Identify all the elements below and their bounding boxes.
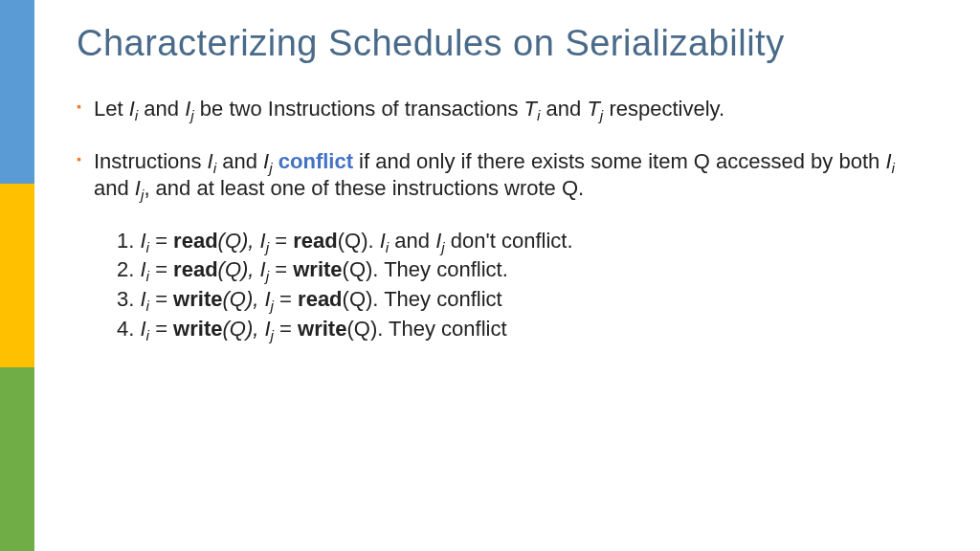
num: 4. [117,317,140,341]
eq: = [274,317,298,341]
q: (Q), [222,317,264,341]
num: 3. [117,287,140,311]
text: and [540,97,587,121]
bullet-2: Instructions Ii and Ij conflict if and o… [77,148,919,203]
text: if and only if there exists some item Q … [353,149,885,173]
q: (Q) [338,229,368,253]
text: don't conflict. [445,229,573,253]
num: 1. [117,229,140,253]
op-write: write [298,317,346,341]
eq: = [149,287,173,311]
text: Instructions [94,149,208,173]
sidebar-yellow [0,184,34,367]
text: and [138,97,185,121]
conflict-keyword: conflict [278,149,353,173]
num: 2. [117,257,140,281]
op-read: read [173,257,217,281]
var-Ii: Ii [140,317,149,341]
case-4: 4. Ii = write(Q), Ij = write(Q). They co… [117,316,919,343]
var: T [524,97,537,121]
color-sidebar [0,0,34,551]
var-Ij: Ij [260,229,270,253]
var-Ii: Ii [380,229,390,253]
slide-title: Characterizing Schedules on Serializabil… [77,23,785,64]
var-Ij: Ij [185,97,194,121]
text: respectively. [603,97,724,121]
text: . [368,229,379,253]
sidebar-green [0,367,34,551]
var-Ij: Ij [135,176,145,200]
sub: i [892,160,895,176]
op-read: read [298,287,342,311]
eq: = [269,257,293,281]
eq: = [274,287,298,311]
case-1: 1. Ii = read(Q), Ij = read(Q). Ii and Ij… [117,228,919,255]
var-Ij: Ij [264,317,274,341]
q: (Q), [222,287,264,311]
var-Ij: Ij [260,257,270,281]
text: Let [94,97,129,121]
eq: = [149,317,173,341]
var-Tj: Tj [587,97,603,121]
var-Ti: Ti [524,97,541,121]
var-Ii: Ii [129,97,139,121]
text: , and at least one of these instructions… [144,176,584,200]
op-write: write [173,317,222,341]
eq: = [149,229,173,253]
eq: = [149,257,173,281]
case-list: 1. Ii = read(Q), Ij = read(Q). Ii and Ij… [117,228,919,342]
text: be two Instructions of transactions [194,97,524,121]
q: (Q), [218,257,260,281]
text: and [94,176,135,200]
text: . [377,317,389,341]
sidebar-blue [0,0,34,184]
var-Ii: Ii [208,149,217,173]
text: . [372,257,384,281]
var-Ij: Ij [263,149,273,173]
var-Ij: Ij [264,287,274,311]
var: T [587,97,599,121]
q: (Q) [346,317,377,341]
var-Ii: Ii [140,257,149,281]
var-Ii: Ii [885,149,895,173]
q: (Q) [343,287,373,311]
text: They conflict [389,317,507,341]
text: They conflict [384,287,502,311]
var-Ii: Ii [140,229,149,253]
text: . [372,287,384,311]
q: (Q), [218,229,260,253]
case-2: 2. Ii = read(Q), Ij = write(Q). They con… [117,256,919,284]
case-3: 3. Ii = write(Q), Ij = read(Q). They con… [117,286,919,314]
eq: = [269,229,293,253]
text: They conflict. [384,257,508,281]
op-read: read [293,229,337,253]
text: and [216,149,263,173]
slide-content: Let Ii and Ij be two Instructions of tra… [77,96,919,344]
op-write: write [173,287,222,311]
var-Ii: Ii [140,287,149,311]
var-Ij: Ij [435,229,445,253]
q: (Q) [343,257,373,281]
op-write: write [293,257,342,281]
text: and [389,229,435,253]
op-read: read [173,229,217,253]
bullet-1: Let Ii and Ij be two Instructions of tra… [77,96,919,123]
